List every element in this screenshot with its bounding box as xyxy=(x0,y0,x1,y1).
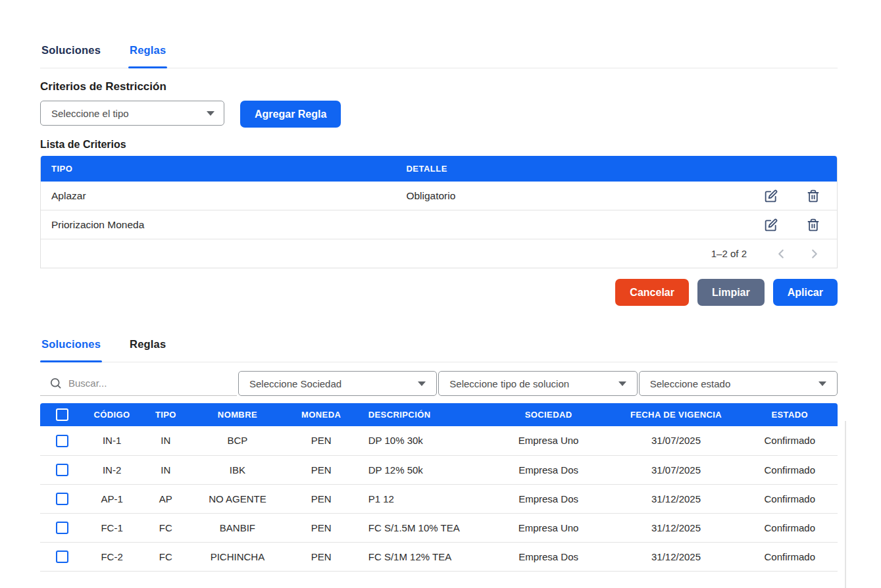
chevron-down-icon xyxy=(818,381,826,386)
estado-select[interactable]: Seleccione estado xyxy=(639,371,838,396)
delete-icon[interactable] xyxy=(807,218,820,232)
row-select-cell xyxy=(40,513,84,542)
cell-sociedad: Empresa Dos xyxy=(487,455,611,484)
search-field[interactable] xyxy=(40,371,237,396)
cell-tipo: FC xyxy=(139,513,191,542)
column-header-fecha-de-vigencia: FECHA DE VIGENCIA xyxy=(611,403,742,426)
row-checkbox[interactable] xyxy=(56,522,68,534)
row-checkbox[interactable] xyxy=(56,435,68,447)
row-select-cell xyxy=(40,542,84,571)
cell-estado: Confirmado xyxy=(742,455,838,484)
cell-fecha-de-vigencia: 31/12/2025 xyxy=(611,513,742,542)
row-checkbox[interactable] xyxy=(56,493,68,505)
criteria-actions-cell xyxy=(765,189,837,203)
criteria-table-row: AplazarObligatorio xyxy=(41,182,837,210)
solutions-table-row: FC-2FCPICHINCHAPENFC S/1M 12% TEAEmpresa… xyxy=(40,542,838,571)
estado-select-value: Seleccione estado xyxy=(650,378,731,389)
scrollbar-track[interactable] xyxy=(845,421,846,588)
cell-moneda: PEN xyxy=(284,513,359,542)
cell-descripcion: FC S/1.5M 10% TEA xyxy=(359,513,487,542)
cell-estado: Confirmado xyxy=(742,426,838,455)
type-select-value: Seleccione el tipo xyxy=(51,108,129,119)
cell-tipo: IN xyxy=(139,455,191,484)
sociedad-select[interactable]: Seleccione Sociedad xyxy=(238,371,437,396)
cell-moneda: PEN xyxy=(284,484,359,513)
criteria-actions-cell xyxy=(765,218,837,232)
solutions-table-row: FC-1FCBANBIFPENFC S/1.5M 10% TEAEmpresa … xyxy=(40,513,838,542)
chevron-down-icon xyxy=(618,381,626,386)
cell-sociedad: Empresa Dos xyxy=(487,542,611,571)
page: Soluciones Reglas Criterios de Restricci… xyxy=(0,38,881,588)
cell-tipo: AP xyxy=(139,484,191,513)
column-header-descripcion: DESCRIPCIÓN xyxy=(359,403,487,426)
cell-estado: Confirmado xyxy=(742,542,838,571)
column-header-moneda: MONEDA xyxy=(284,403,359,426)
column-header-codigo: CÓDIGO xyxy=(84,403,140,426)
row-select-cell xyxy=(40,455,84,484)
cell-codigo: IN-2 xyxy=(84,455,140,484)
solutions-table-row: IN-1INBCPPENDP 10% 30kEmpresa Uno31/07/2… xyxy=(40,426,838,455)
column-header-detalle: DETALLE xyxy=(406,164,837,174)
cell-descripcion: DP 12% 50k xyxy=(359,455,487,484)
cell-codigo: FC-2 xyxy=(84,542,140,571)
form-action-buttons: Cancelar Limpiar Aplicar xyxy=(40,279,838,306)
cell-nombre: IBK xyxy=(191,455,283,484)
cell-sociedad: Empresa Uno xyxy=(487,513,611,542)
cell-estado: Confirmado xyxy=(742,513,838,542)
cell-estado: Confirmado xyxy=(742,484,838,513)
solutions-table-row: AP-1APNO AGENTEPENP1 12Empresa Dos31/12/… xyxy=(40,484,838,513)
row-select-cell xyxy=(40,426,84,455)
select-all-checkbox[interactable] xyxy=(56,408,68,421)
solutions-table-header-row: CÓDIGO TIPO NOMBRE MONEDA DESCRIPCIÓN SO… xyxy=(40,403,838,426)
cell-fecha-de-vigencia: 31/07/2025 xyxy=(611,426,742,455)
rules-tabs: Soluciones Reglas xyxy=(40,38,838,68)
solutions-filter-row: Seleccione Sociedad Seleccione tipo de s… xyxy=(40,371,838,396)
add-rule-button[interactable]: Agregar Regla xyxy=(240,101,341,128)
clear-button[interactable]: Limpiar xyxy=(697,279,765,306)
pagination-prev-icon[interactable] xyxy=(773,246,789,262)
criteria-table-body: AplazarObligatorioPriorizacion Moneda xyxy=(41,182,837,239)
column-header-tipo: TIPO xyxy=(41,164,406,174)
type-select[interactable]: Seleccione el tipo xyxy=(40,101,224,126)
criteria-detalle-cell: Obligatorio xyxy=(406,190,765,202)
delete-icon[interactable] xyxy=(807,189,820,203)
cell-codigo: AP-1 xyxy=(84,484,140,513)
tipo-solucion-select[interactable]: Seleccione tipo de solucion xyxy=(438,371,637,396)
pagination-bar: 1–2 of 2 xyxy=(41,239,837,268)
tab-reglas-rules-section[interactable]: Reglas xyxy=(128,38,167,68)
pagination-label: 1–2 of 2 xyxy=(711,248,747,259)
cell-tipo: FC xyxy=(139,542,191,571)
cell-sociedad: Empresa Uno xyxy=(487,426,611,455)
criteria-controls: Seleccione el tipo Agregar Regla xyxy=(40,101,838,128)
tab-soluciones-rules-section[interactable]: Soluciones xyxy=(40,38,102,68)
row-checkbox[interactable] xyxy=(56,551,68,563)
column-header-estado: ESTADO xyxy=(742,403,838,426)
cell-moneda: PEN xyxy=(284,455,359,484)
edit-icon[interactable] xyxy=(765,189,778,203)
cell-moneda: PEN xyxy=(284,542,359,571)
cell-nombre: BCP xyxy=(191,426,283,455)
pagination-next-icon[interactable] xyxy=(807,246,822,262)
apply-button[interactable]: Aplicar xyxy=(773,279,838,306)
tab-soluciones-solutions-section[interactable]: Soluciones xyxy=(40,332,102,362)
cell-codigo: FC-1 xyxy=(84,513,140,542)
edit-icon[interactable] xyxy=(765,218,778,232)
cell-descripcion: P1 12 xyxy=(359,484,487,513)
column-header-nombre: NOMBRE xyxy=(191,403,283,426)
tab-reglas-solutions-section[interactable]: Reglas xyxy=(128,332,167,362)
search-input[interactable] xyxy=(68,378,234,389)
chevron-down-icon xyxy=(418,381,426,386)
cell-fecha-de-vigencia: 31/12/2025 xyxy=(611,542,742,571)
row-checkbox[interactable] xyxy=(56,464,68,476)
tipo-solucion-select-value: Seleccione tipo de solucion xyxy=(449,378,569,389)
cell-fecha-de-vigencia: 31/12/2025 xyxy=(611,484,742,513)
criteria-table-row: Priorizacion Moneda xyxy=(41,210,837,239)
cell-moneda: PEN xyxy=(284,426,359,455)
criteria-heading: Criterios de Restricción xyxy=(40,80,838,93)
cell-descripcion: DP 10% 30k xyxy=(359,426,487,455)
cancel-button[interactable]: Cancelar xyxy=(615,279,689,306)
cell-tipo: IN xyxy=(139,426,191,455)
solutions-table-row: IN-2INIBKPENDP 12% 50kEmpresa Dos31/07/2… xyxy=(40,455,838,484)
cell-nombre: BANBIF xyxy=(191,513,283,542)
sociedad-select-value: Seleccione Sociedad xyxy=(249,378,341,389)
